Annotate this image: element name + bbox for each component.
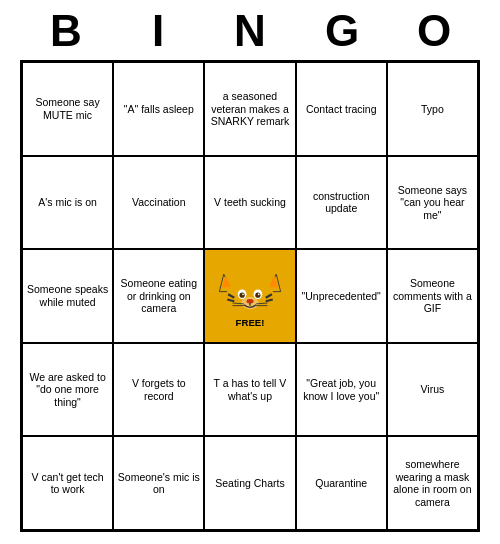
- cell-label: Typo: [421, 103, 444, 116]
- cell-label: Someone's mic is on: [117, 471, 200, 496]
- svg-point-14: [242, 293, 244, 295]
- cell-r3-c1: V forgets to record: [113, 343, 204, 437]
- cell-r2-c1: Someone eating or drinking on camera: [113, 249, 204, 343]
- cell-r0-c0: Someone say MUTE mic: [22, 62, 113, 156]
- cell-r3-c4: Virus: [387, 343, 478, 437]
- cell-label: Quarantine: [315, 477, 367, 490]
- cell-label: V can't get tech to work: [26, 471, 109, 496]
- svg-point-12: [239, 292, 244, 297]
- svg-point-15: [258, 293, 260, 295]
- cell-label: V teeth sucking: [214, 196, 286, 209]
- cell-r0-c3: Contact tracing: [296, 62, 387, 156]
- cell-r1-c0: A's mic is on: [22, 156, 113, 250]
- cell-label: Someone speaks while muted: [26, 283, 109, 308]
- cell-label: construction update: [300, 190, 383, 215]
- title-letter: B: [38, 6, 94, 56]
- cell-r1-c3: construction update: [296, 156, 387, 250]
- cell-label: somewhere wearing a mask alone in room o…: [391, 458, 474, 508]
- cell-label: Someone say MUTE mic: [26, 96, 109, 121]
- cell-label: T a has to tell V what's up: [208, 377, 291, 402]
- cell-r2-c4: Someone comments with a GIF: [387, 249, 478, 343]
- cell-label: Someone comments with a GIF: [391, 277, 474, 315]
- cell-r2-c0: Someone speaks while muted: [22, 249, 113, 343]
- cell-r4-c0: V can't get tech to work: [22, 436, 113, 530]
- svg-point-17: [246, 299, 253, 303]
- cell-label: We are asked to "do one more thing": [26, 371, 109, 409]
- title-letter: O: [406, 6, 462, 56]
- cell-label: Someone eating or drinking on camera: [117, 277, 200, 315]
- svg-text:FREE!: FREE!: [236, 317, 265, 328]
- cell-label: a seasoned veteran makes a SNARKY remark: [208, 90, 291, 128]
- cell-r2-c2: FREE!: [204, 249, 295, 343]
- cell-r3-c2: T a has to tell V what's up: [204, 343, 295, 437]
- cell-label: "A" falls asleep: [124, 103, 194, 116]
- cell-label: Vaccination: [132, 196, 186, 209]
- cell-label: Contact tracing: [306, 103, 377, 116]
- cell-r1-c1: Vaccination: [113, 156, 204, 250]
- cell-r3-c0: We are asked to "do one more thing": [22, 343, 113, 437]
- title-letter: N: [222, 6, 278, 56]
- cell-label: "Great job, you know I love you": [300, 377, 383, 402]
- cell-r0-c4: Typo: [387, 62, 478, 156]
- cell-label: Someone says "can you hear me": [391, 184, 474, 222]
- svg-point-13: [255, 292, 260, 297]
- title-letter: G: [314, 6, 370, 56]
- cell-r4-c2: Seating Charts: [204, 436, 295, 530]
- cell-label: Seating Charts: [215, 477, 284, 490]
- cell-label: "Unprecedented": [302, 290, 381, 303]
- cell-r1-c2: V teeth sucking: [204, 156, 295, 250]
- cell-r0-c2: a seasoned veteran makes a SNARKY remark: [204, 62, 295, 156]
- cell-label: Virus: [421, 383, 445, 396]
- cell-r3-c3: "Great job, you know I love you": [296, 343, 387, 437]
- cell-r4-c3: Quarantine: [296, 436, 387, 530]
- cell-r4-c4: somewhere wearing a mask alone in room o…: [387, 436, 478, 530]
- cell-r4-c1: Someone's mic is on: [113, 436, 204, 530]
- cell-label: V forgets to record: [117, 377, 200, 402]
- bingo-title: BINGO: [20, 6, 480, 56]
- cell-r1-c4: Someone says "can you hear me": [387, 156, 478, 250]
- cell-r0-c1: "A" falls asleep: [113, 62, 204, 156]
- bingo-grid: Someone say MUTE mic"A" falls asleepa se…: [20, 60, 480, 532]
- title-letter: I: [130, 6, 186, 56]
- cell-label: A's mic is on: [38, 196, 97, 209]
- cell-r2-c3: "Unprecedented": [296, 249, 387, 343]
